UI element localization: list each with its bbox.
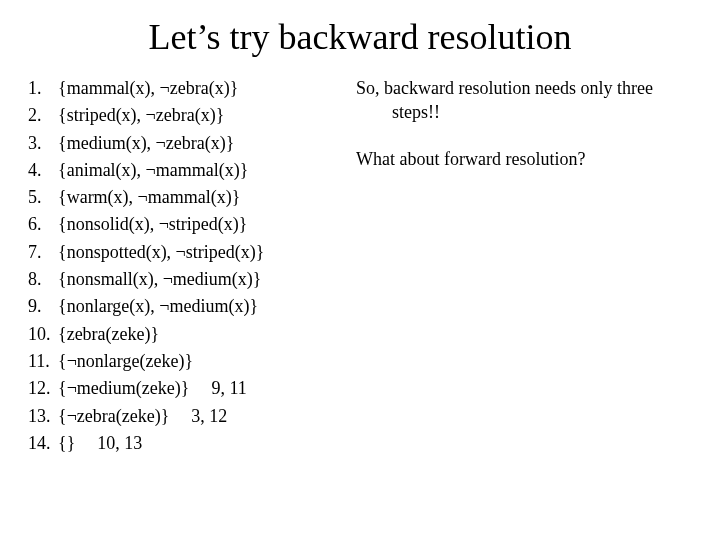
clause-row: 14. {} 10, 13 — [28, 431, 348, 455]
clause-text: {¬zebra(zeke)} — [58, 404, 169, 428]
clause-row: 13. {¬zebra(zeke)} 3, 12 — [28, 404, 348, 428]
clause-number: 3. — [28, 131, 58, 155]
clause-list: 1. {mammal(x), ¬zebra(x)} 2. {striped(x)… — [28, 76, 348, 458]
clause-number: 7. — [28, 240, 58, 264]
clause-justification: 3, 12 — [191, 404, 227, 428]
clause-text: {warm(x), ¬mammal(x)} — [58, 185, 240, 209]
clause-row: 11. {¬nonlarge(zeke)} — [28, 349, 348, 373]
slide-title: Let’s try backward resolution — [28, 16, 692, 58]
clause-row: 3. {medium(x), ¬zebra(x)} — [28, 131, 348, 155]
clause-number: 8. — [28, 267, 58, 291]
clause-text: {nonspotted(x), ¬striped(x)} — [58, 240, 264, 264]
clause-text: {nonsolid(x), ¬striped(x)} — [58, 212, 247, 236]
clause-text: {¬medium(zeke)} — [58, 376, 189, 400]
clause-number: 2. — [28, 103, 58, 127]
clause-number: 5. — [28, 185, 58, 209]
commentary-line: So, backward resolution needs only three — [356, 78, 653, 98]
clause-row: 6. {nonsolid(x), ¬striped(x)} — [28, 212, 348, 236]
commentary-text: So, backward resolution needs only three… — [356, 76, 653, 125]
clause-text: {¬nonlarge(zeke)} — [58, 349, 193, 373]
clause-text: {striped(x), ¬zebra(x)} — [58, 103, 224, 127]
clause-number: 14. — [28, 431, 58, 455]
clause-row: 10. {zebra(zeke)} — [28, 322, 348, 346]
commentary-line: steps!! — [356, 100, 653, 124]
commentary-para-1: So, backward resolution needs only three… — [356, 76, 692, 125]
clause-text: {zebra(zeke)} — [58, 322, 159, 346]
clause-row: 7. {nonspotted(x), ¬striped(x)} — [28, 240, 348, 264]
slide-body: 1. {mammal(x), ¬zebra(x)} 2. {striped(x)… — [28, 76, 692, 458]
clause-number: 4. — [28, 158, 58, 182]
clause-row: 5. {warm(x), ¬mammal(x)} — [28, 185, 348, 209]
clause-justification: 10, 13 — [97, 431, 142, 455]
clause-row: 12. {¬medium(zeke)} 9, 11 — [28, 376, 348, 400]
clause-justification: 9, 11 — [211, 376, 246, 400]
clause-row: 4. {animal(x), ¬mammal(x)} — [28, 158, 348, 182]
clause-number: 10. — [28, 322, 58, 346]
clause-number: 12. — [28, 376, 58, 400]
clause-text: {medium(x), ¬zebra(x)} — [58, 131, 234, 155]
clause-number: 6. — [28, 212, 58, 236]
clause-row: 2. {striped(x), ¬zebra(x)} — [28, 103, 348, 127]
commentary-para-2: What about forward resolution? — [356, 147, 692, 171]
commentary-text: What about forward resolution? — [356, 147, 585, 171]
clause-row: 1. {mammal(x), ¬zebra(x)} — [28, 76, 348, 100]
clause-row: 9. {nonlarge(x), ¬medium(x)} — [28, 294, 348, 318]
clause-text: {mammal(x), ¬zebra(x)} — [58, 76, 238, 100]
clause-text: {nonlarge(x), ¬medium(x)} — [58, 294, 258, 318]
clause-text: {} — [58, 431, 75, 455]
clause-text: {nonsmall(x), ¬medium(x)} — [58, 267, 261, 291]
clause-number: 13. — [28, 404, 58, 428]
clause-number: 1. — [28, 76, 58, 100]
clause-number: 9. — [28, 294, 58, 318]
clause-text: {animal(x), ¬mammal(x)} — [58, 158, 248, 182]
clause-row: 8. {nonsmall(x), ¬medium(x)} — [28, 267, 348, 291]
clause-number: 11. — [28, 349, 58, 373]
commentary-column: So, backward resolution needs only three… — [348, 76, 692, 458]
